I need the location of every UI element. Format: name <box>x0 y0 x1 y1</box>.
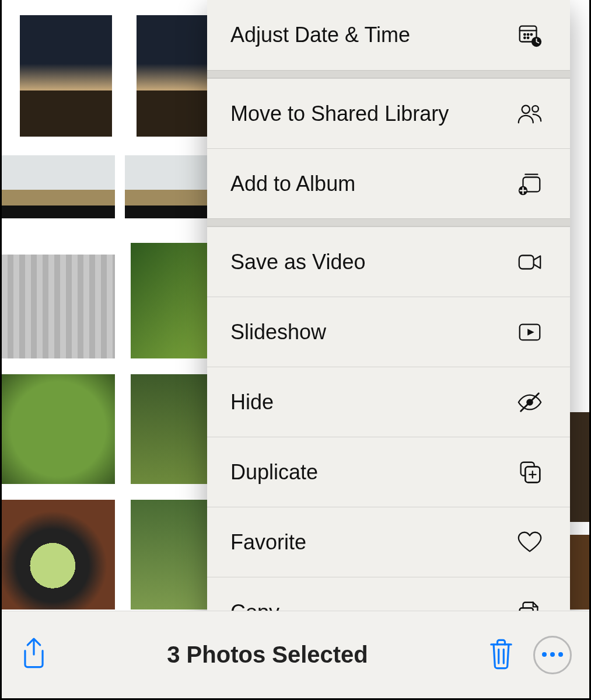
svg-point-6 <box>527 37 529 39</box>
photo-thumbnail[interactable] <box>2 152 118 222</box>
menu-item-duplicate[interactable]: Duplicate <box>207 437 570 507</box>
svg-point-28 <box>542 652 547 657</box>
svg-point-4 <box>531 34 532 35</box>
menu-item-label: Slideshow <box>230 320 515 344</box>
calendar-clock-icon <box>515 20 544 50</box>
svg-point-30 <box>558 652 563 657</box>
video-icon <box>515 248 544 277</box>
menu-item-move-to-shared-library[interactable]: Move to Shared Library <box>207 78 570 148</box>
menu-separator <box>207 218 570 227</box>
menu-item-save-as-video[interactable]: Save as Video <box>207 227 570 297</box>
svg-point-2 <box>524 34 525 35</box>
delete-button[interactable] <box>469 611 533 698</box>
share-icon <box>19 637 49 673</box>
menu-item-label: Duplicate <box>230 460 515 485</box>
actions-menu: Adjust Date & Time Move to Shared Librar… <box>207 0 570 647</box>
svg-point-29 <box>550 652 555 657</box>
photo-thumbnail[interactable] <box>127 371 212 487</box>
photo-thumbnail[interactable] <box>2 251 118 362</box>
bottom-toolbar: 3 Photos Selected <box>2 611 589 698</box>
svg-point-5 <box>524 37 525 39</box>
more-button[interactable] <box>533 636 572 674</box>
duplicate-icon <box>515 458 544 487</box>
photo-thumbnail[interactable] <box>2 496 118 613</box>
menu-item-label: Hide <box>230 390 515 415</box>
menu-item-slideshow[interactable]: Slideshow <box>207 297 570 367</box>
menu-item-add-to-album[interactable]: Add to Album <box>207 148 570 218</box>
svg-rect-15 <box>519 255 534 269</box>
eye-slash-icon <box>515 388 544 417</box>
menu-item-label: Adjust Date & Time <box>230 23 515 47</box>
menu-separator <box>207 70 570 78</box>
menu-item-label: Add to Album <box>230 172 515 196</box>
menu-item-label: Favorite <box>230 530 515 555</box>
ellipsis-icon <box>541 650 564 660</box>
people-icon <box>515 99 544 128</box>
svg-line-18 <box>521 393 539 411</box>
menu-item-hide[interactable]: Hide <box>207 367 570 437</box>
heart-icon <box>515 528 544 557</box>
photo-thumbnail[interactable] <box>127 496 212 613</box>
share-button[interactable] <box>2 611 66 698</box>
album-add-icon <box>515 169 544 198</box>
menu-item-adjust-date-time[interactable]: Adjust Date & Time <box>207 0 570 70</box>
photo-thumbnail[interactable] <box>121 152 212 222</box>
photo-thumbnail[interactable] <box>133 12 212 140</box>
play-rect-icon <box>515 318 544 347</box>
trash-icon <box>486 637 516 673</box>
selection-count-label: 3 Photos Selected <box>66 642 469 668</box>
photo-thumbnail[interactable] <box>2 371 118 487</box>
photo-thumbnail[interactable] <box>16 12 116 140</box>
svg-point-8 <box>522 105 530 113</box>
svg-point-3 <box>527 34 529 35</box>
menu-item-label: Save as Video <box>230 250 515 274</box>
menu-item-favorite[interactable]: Favorite <box>207 507 570 577</box>
menu-item-label: Move to Shared Library <box>230 102 515 126</box>
svg-point-9 <box>532 106 538 112</box>
photo-thumbnail[interactable] <box>127 239 212 362</box>
